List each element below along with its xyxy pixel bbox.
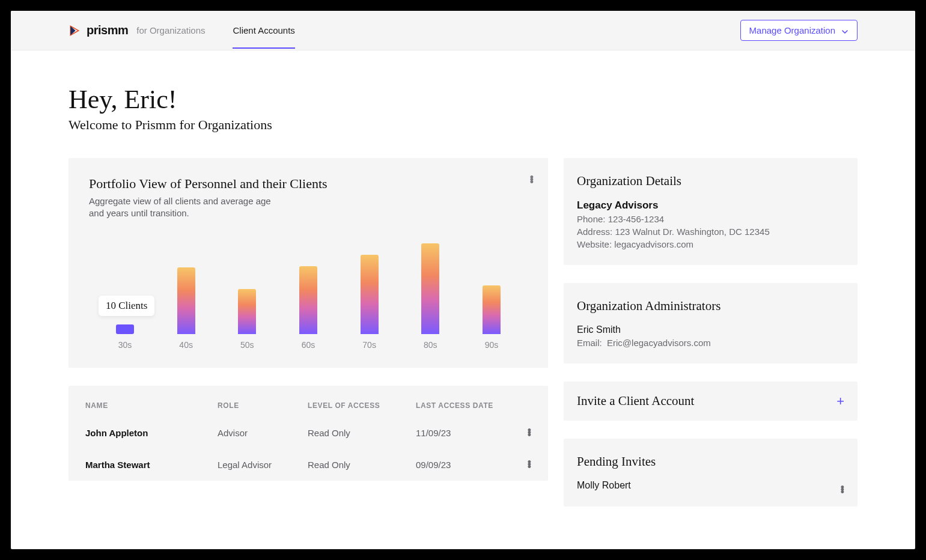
- pending-invite-name: Molly Robert: [577, 480, 844, 491]
- side-column: Organization Details Legacy Advisors Pho…: [564, 158, 857, 507]
- bar-label-50s: 50s: [229, 340, 265, 350]
- bar-label-40s: 40s: [168, 340, 204, 350]
- bar-col-40s[interactable]: 40s: [168, 267, 204, 334]
- col-header-role: ROLE: [218, 401, 308, 410]
- content: Hey, Eric! Welcome to Prismm for Organiz…: [11, 50, 915, 507]
- kebab-icon: •••: [528, 456, 531, 473]
- org-address: Address: 123 Walnut Dr. Washington, DC 1…: [577, 227, 844, 237]
- col-header-last: LAST ACCESS DATE: [416, 401, 507, 410]
- brand-sub: for Organizations: [136, 25, 205, 35]
- chevron-down-icon: [841, 27, 848, 34]
- kebab-icon: •••: [841, 481, 844, 498]
- bar-90s: [483, 285, 501, 334]
- chart-menu-button[interactable]: •••: [530, 176, 534, 183]
- cell-access: Read Only: [308, 428, 416, 438]
- plus-icon: +: [836, 394, 844, 409]
- cell-name: Martha Stewart: [85, 460, 218, 470]
- bar-col-50s[interactable]: 50s: [229, 289, 265, 334]
- manage-organization-label: Manage Organization: [749, 25, 835, 35]
- admin-name: Eric Smith: [577, 324, 844, 335]
- table-body: John AppletonAdvisorRead Only11/09/23•••…: [69, 417, 548, 481]
- pending-invites-title: Pending Invites: [577, 454, 844, 469]
- invite-client-panel[interactable]: Invite a Client Account +: [564, 382, 857, 421]
- col-header-name: NAME: [85, 401, 218, 410]
- bar-30s: [116, 324, 134, 334]
- org-website: Website: legacyadvisors.com: [577, 239, 844, 249]
- tab-client-accounts[interactable]: Client Accounts: [233, 12, 294, 49]
- cell-access: Read Only: [308, 460, 416, 470]
- row-menu-button[interactable]: •••: [507, 429, 531, 436]
- bar-label-90s: 90s: [474, 340, 510, 350]
- subgreeting: Welcome to Prismm for Organizations: [69, 117, 857, 133]
- bar-label-70s: 70s: [352, 340, 388, 350]
- table-row[interactable]: Martha StewartLegal AdvisorRead Only09/0…: [69, 449, 548, 481]
- bar-col-60s[interactable]: 60s: [290, 266, 326, 334]
- main-column: Portfolio View of Personnel and their Cl…: [69, 158, 548, 481]
- chart-tooltip: 10 Clients: [99, 296, 154, 316]
- row-menu-button[interactable]: •••: [507, 461, 531, 468]
- bar-col-30s[interactable]: 30s10 Clients: [107, 324, 143, 334]
- org-admins-panel: Organization Administrators Eric Smith E…: [564, 283, 857, 364]
- cell-role: Legal Advisor: [218, 460, 308, 470]
- greeting: Hey, Eric!: [69, 84, 857, 115]
- bar-40s: [177, 267, 195, 334]
- kebab-icon: •••: [528, 424, 531, 441]
- cell-name: John Appleton: [85, 428, 218, 438]
- cell-last-access: 11/09/23: [416, 428, 507, 438]
- bar-col-70s[interactable]: 70s: [352, 255, 388, 334]
- org-name: Legacy Advisors: [577, 199, 844, 212]
- invite-add-button[interactable]: +: [836, 395, 844, 408]
- bar-chart: 30s10 Clients40s50s60s70s80s90s: [89, 232, 528, 352]
- bar-50s: [238, 289, 256, 334]
- columns: Portfolio View of Personnel and their Cl…: [69, 158, 857, 507]
- pending-invite-menu-button[interactable]: •••: [841, 486, 844, 493]
- bar-70s: [361, 255, 379, 334]
- topbar: prismm for Organizations Client Accounts…: [11, 11, 915, 50]
- manage-organization-button[interactable]: Manage Organization: [740, 20, 857, 41]
- topbar-left: prismm for Organizations Client Accounts: [69, 12, 295, 49]
- col-header-access: LEVEL OF ACCESS: [308, 401, 416, 410]
- portfolio-chart-card: Portfolio View of Personnel and their Cl…: [69, 158, 548, 368]
- invite-client-title: Invite a Client Account: [577, 394, 694, 409]
- bar-60s: [299, 266, 317, 334]
- pending-invites-panel: Pending Invites Molly Robert •••: [564, 439, 857, 507]
- org-phone: Phone: 123-456-1234: [577, 214, 844, 224]
- bar-col-80s[interactable]: 80s: [412, 243, 448, 334]
- bar-label-30s: 30s: [107, 340, 143, 350]
- org-details-title: Organization Details: [577, 174, 844, 189]
- brand-name: prismm: [87, 23, 128, 37]
- kebab-icon: •••: [530, 171, 534, 188]
- cell-last-access: 09/09/23: [416, 460, 507, 470]
- client-accounts-table: NAME ROLE LEVEL OF ACCESS LAST ACCESS DA…: [69, 386, 548, 481]
- admin-email: Email: Eric@legacyadvisors.com: [577, 338, 844, 348]
- bar-80s: [421, 243, 439, 334]
- chart-description: Aggregate view of all clients and averag…: [89, 195, 287, 220]
- cell-role: Advisor: [218, 428, 308, 438]
- table-row[interactable]: John AppletonAdvisorRead Only11/09/23•••: [69, 417, 548, 449]
- nav-tabs: Client Accounts: [233, 12, 294, 49]
- bar-col-90s[interactable]: 90s: [474, 285, 510, 334]
- table-header-row: NAME ROLE LEVEL OF ACCESS LAST ACCESS DA…: [69, 386, 548, 417]
- bar-label-60s: 60s: [290, 340, 326, 350]
- chart-title: Portfolio View of Personnel and their Cl…: [89, 176, 528, 192]
- bar-label-80s: 80s: [412, 340, 448, 350]
- org-details-panel: Organization Details Legacy Advisors Pho…: [564, 158, 857, 265]
- org-admins-title: Organization Administrators: [577, 299, 844, 314]
- logo-icon: [69, 25, 81, 37]
